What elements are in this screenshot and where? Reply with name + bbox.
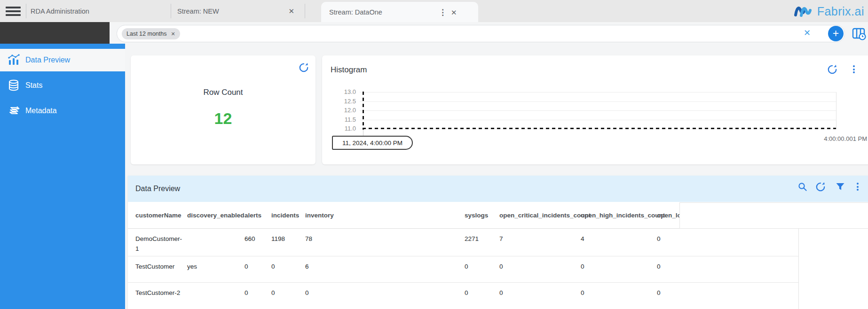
chip-close-icon[interactable]: ✕ — [171, 31, 175, 37]
table-cell: 0 — [657, 288, 798, 298]
fabrix-logo-icon — [793, 3, 814, 20]
sidebar-item-label: Stats — [25, 81, 42, 90]
table-cell: 7 — [499, 234, 576, 244]
sidebar-item-data-preview[interactable]: Data Preview — [0, 49, 125, 71]
column-header-incidents[interactable]: incidents — [271, 202, 300, 229]
tab-label: RDA Administration — [31, 8, 89, 15]
add-filter-button[interactable]: + — [828, 26, 844, 41]
chart-gridline — [360, 92, 836, 93]
table-cell: 6 — [305, 262, 460, 271]
sidebar-item-label: Metadata — [25, 107, 57, 115]
table-cell: 2271 — [465, 234, 495, 244]
column-header-open_critical_incidents_count[interactable]: open_critical_incidents_count — [499, 202, 576, 229]
chart-tooltip: 11, 2024, 4:00:00 PM — [332, 136, 413, 150]
histogram-card: Histogram 13.012.512.011.511.0 11, 2024,… — [322, 55, 868, 164]
table-cell: 1198 — [271, 234, 300, 244]
tab-label: Stream: DataOne — [329, 8, 382, 16]
row-count-title: Row Count — [131, 88, 316, 97]
column-header-syslogs[interactable]: syslogs — [465, 202, 495, 229]
refresh-icon[interactable] — [815, 182, 826, 192]
hamburger-menu-icon[interactable] — [6, 5, 21, 17]
y-axis-tick-label: 11.0 — [334, 125, 356, 132]
logo-text: Fabrix.ai — [817, 5, 864, 18]
sidebar-item-stats[interactable]: Stats — [0, 74, 125, 97]
table-cell: 0 — [581, 262, 652, 271]
filter-chip-label: Last 12 months — [126, 31, 166, 37]
sidebar-item-label: Data Preview — [25, 56, 70, 64]
table-cell: 0 — [657, 262, 798, 271]
pinned-column-header-overlay — [679, 202, 868, 229]
search-icon[interactable] — [797, 182, 808, 192]
tab-rda-administration[interactable]: RDA Administration — [26, 0, 171, 22]
pinned-column-area — [798, 229, 868, 309]
chart-gridline — [360, 120, 836, 120]
row-count-card: Row Count 12 — [131, 55, 316, 164]
chart-series-line — [363, 128, 836, 129]
chart-right-border — [836, 92, 836, 129]
table-cell: TestCustomer-2 — [135, 288, 183, 298]
tab-stream-dataone[interactable]: Stream: DataOne ⋮ ✕ — [321, 2, 478, 22]
tab-stream-new[interactable]: Stream: NEW ✕ — [171, 0, 305, 22]
column-header-open_high_incidents_count[interactable]: open_high_incidents_count — [581, 202, 652, 229]
tab-separator — [305, 4, 305, 18]
tab-label: Stream: NEW — [177, 8, 219, 15]
table-row[interactable]: TestCustomer-20000000 — [128, 283, 868, 309]
table-cell: 0 — [305, 288, 460, 298]
refresh-icon[interactable] — [299, 62, 309, 73]
app-window: RDA Administration Stream: NEW ✕ Stream:… — [0, 0, 868, 309]
chart-crosshair-line — [363, 92, 364, 130]
close-icon[interactable]: ✕ — [288, 8, 294, 15]
table-cell: yes — [187, 262, 240, 271]
table-cell: 0 — [245, 288, 267, 298]
table-cell: 0 — [499, 262, 576, 271]
column-header-customerName[interactable]: customerName — [135, 202, 183, 229]
table-row[interactable]: DemoCustomer-16601198782271740 — [128, 229, 868, 256]
table-cell: 0 — [271, 288, 300, 298]
table-cell: 0 — [245, 262, 267, 271]
table-cell: 0 — [499, 288, 576, 298]
column-header-alerts[interactable]: alerts — [245, 202, 267, 229]
data-preview-panel: Data Preview cust — [128, 176, 868, 309]
sidebar: Data PreviewStatsMetadata — [0, 44, 125, 309]
table-cell: TestCustomer — [135, 262, 183, 271]
row-count-value: 12 — [131, 109, 316, 128]
histogram-title: Histogram — [331, 65, 367, 75]
column-header-inventory[interactable]: inventory — [305, 202, 460, 229]
table-row[interactable]: TestCustomeryes0060000 — [128, 256, 868, 283]
y-axis-tick-label: 12.0 — [334, 107, 356, 114]
filter-chip-last-12-months[interactable]: Last 12 months ✕ — [122, 28, 180, 39]
table-cell: 0 — [271, 262, 300, 271]
filter-bar: Last 12 months ✕ ✕ + — [117, 25, 845, 42]
table-cell: 0 — [465, 262, 495, 271]
tab-menu-kebab-icon[interactable]: ⋮ — [439, 8, 447, 16]
filter-funnel-icon[interactable] — [835, 182, 845, 192]
sidebar-item-metadata[interactable]: Metadata — [0, 100, 125, 122]
y-axis-tick-label: 12.5 — [334, 98, 356, 105]
layers-edit-icon — [8, 105, 21, 117]
table-cell: 4 — [581, 234, 652, 244]
table-cell: 0 — [465, 288, 495, 298]
close-icon[interactable]: ✕ — [451, 9, 457, 16]
table-cell: 0 — [581, 288, 652, 298]
clear-filters-icon[interactable]: ✕ — [804, 28, 811, 38]
table-history-icon[interactable] — [852, 27, 866, 42]
data-preview-header: Data Preview — [128, 176, 868, 202]
table-cell: 78 — [305, 234, 460, 244]
fabrix-logo[interactable]: Fabrix.ai — [793, 3, 864, 20]
table-cell: 660 — [245, 234, 267, 244]
database-icon — [8, 79, 21, 92]
table-cell: DemoCustomer-1 — [135, 234, 183, 254]
chart-gridline — [360, 101, 836, 102]
more-options-kebab-icon[interactable] — [852, 182, 863, 193]
table-cell: 0 — [657, 234, 798, 244]
sidebar-header-block — [0, 22, 110, 44]
data-preview-title: Data Preview — [135, 185, 180, 193]
top-bar: RDA Administration Stream: NEW ✕ Stream:… — [0, 0, 868, 22]
chart-gridline — [360, 110, 836, 111]
y-axis-tick-label: 13.0 — [334, 88, 356, 95]
refresh-icon[interactable] — [827, 64, 837, 75]
bar-chart-icon — [8, 54, 21, 66]
column-header-discovery_enabled[interactable]: discovery_enabled — [187, 202, 240, 229]
more-options-kebab-icon[interactable] — [849, 65, 859, 76]
y-axis-tick-label: 11.5 — [334, 116, 356, 123]
